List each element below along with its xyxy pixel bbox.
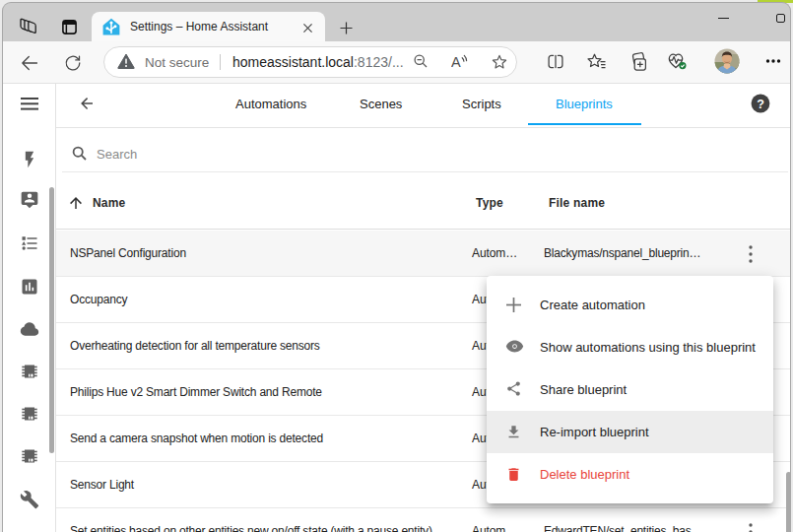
svg-text:?: ?	[757, 98, 764, 111]
svg-text:A: A	[451, 54, 461, 69]
